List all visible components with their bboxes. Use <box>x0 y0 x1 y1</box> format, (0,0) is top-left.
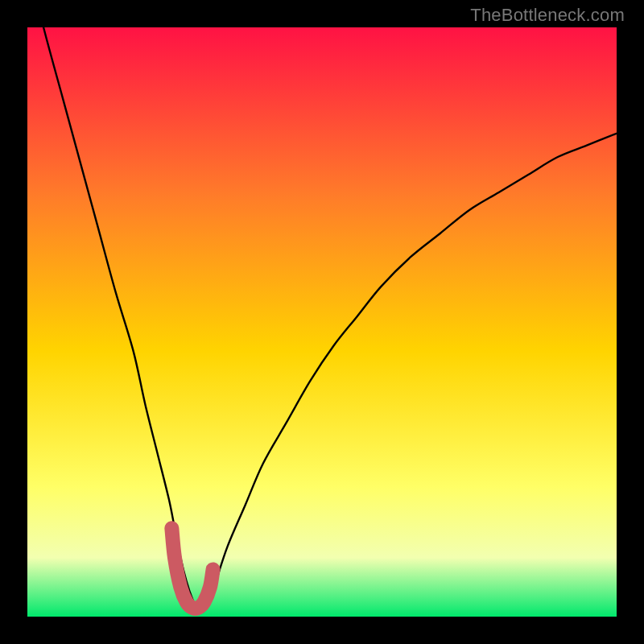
gradient-bg <box>27 27 617 617</box>
bottleneck-chart <box>27 27 617 617</box>
plot-area <box>27 27 617 617</box>
watermark-text: TheBottleneck.com <box>470 5 625 26</box>
outer-frame: TheBottleneck.com <box>0 0 644 644</box>
